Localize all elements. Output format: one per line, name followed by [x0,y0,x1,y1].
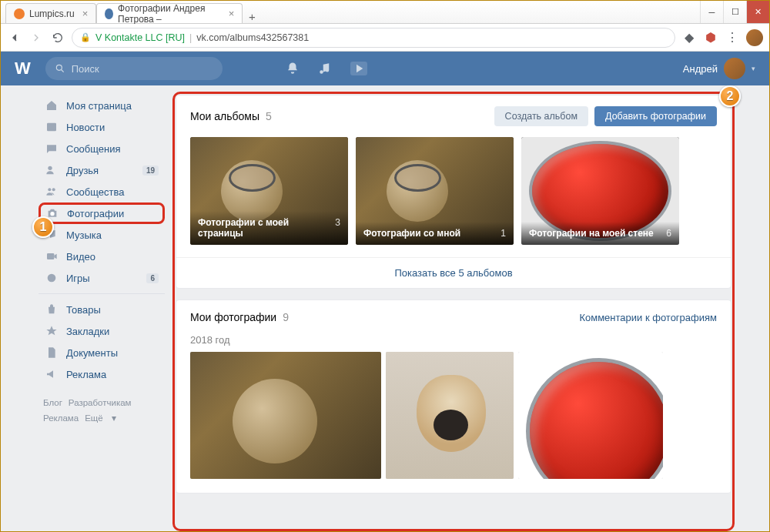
sidebar-item-home[interactable]: Моя страница [38,95,165,116]
badge: 6 [146,273,159,283]
news-icon [45,120,59,134]
music-icon[interactable] [318,62,332,75]
sidebar-item-label: Закладки [66,326,109,337]
photo-thumb[interactable] [518,352,663,479]
browser-tab[interactable]: Фотографии Андрея Петрова – × [96,3,243,23]
vk-logo[interactable]: W [15,59,30,79]
sidebar-item-ads[interactable]: Реклама [38,363,165,385]
footer-link[interactable]: Ещё ▾ [85,413,116,423]
sidebar-item-label: Музыка [66,229,102,241]
photos-title: Мои фотографии [190,311,276,323]
sidebar-item-label: Друзья [66,165,99,176]
album-count: 1 [500,228,506,239]
menu-icon[interactable]: ⋮ [725,30,740,45]
sidebar-item-bookmarks[interactable]: Закладки [38,320,165,342]
album-count: 3 [335,217,340,239]
games-icon [45,271,59,285]
user-menu[interactable]: Андрей ▾ [683,58,755,79]
svg-point-4 [52,188,55,191]
album-title: Фотографии с моей страницы [198,217,335,239]
sidebar-item-music[interactable]: Музыка [38,224,165,246]
album-thumb[interactable]: Фотографии на моей стене6 [521,137,679,245]
url-path: vk.com/albums432567381 [196,32,309,43]
star-icon [45,324,59,338]
forward-button[interactable] [28,30,44,45]
lock-icon: 🔒 [80,32,91,42]
albums-title: Мои альбомы [190,110,259,122]
svg-point-2 [48,166,52,170]
photo-thumb[interactable] [386,352,514,479]
search-input[interactable]: Поиск [45,57,223,80]
sidebar-item-video[interactable]: Видео [38,246,165,267]
photo-comments-link[interactable]: Комментарии к фотографиям [579,312,717,323]
photos-card: Мои фотографии 9 Комментарии к фотографи… [176,299,732,494]
chevron-down-icon: ▾ [752,65,755,72]
photo-image [518,352,663,479]
album-title: Фотографии со мной [363,228,460,239]
add-photos-button[interactable]: Добавить фотографии [594,106,717,126]
notifications-icon[interactable] [286,62,300,75]
sidebar-footer-links: БлогРазработчикам РекламаЕщё ▾ [38,396,165,426]
divider [38,293,165,294]
svg-point-3 [48,188,51,191]
sidebar-item-label: Видео [66,251,95,263]
vk-header: W Поиск Андрей ▾ [1,52,769,85]
home-icon [45,99,59,112]
new-tab-button[interactable]: + [243,10,261,23]
sidebar-item-label: Документы [66,347,118,359]
sidebar-item-groups[interactable]: Сообщества [38,181,165,202]
sidebar-item-friends[interactable]: Друзья19 [38,159,165,181]
reload-button[interactable] [50,30,65,45]
groups-icon [45,185,59,199]
footer-link[interactable]: Блог [43,398,62,407]
browser-tab[interactable]: Lumpics.ru × [5,3,96,23]
footer-link[interactable]: Разработчикам [69,398,132,407]
close-icon[interactable]: × [229,8,235,19]
album-thumb[interactable]: Фотографии со мной1 [356,137,514,245]
username: Андрей [683,63,718,75]
megaphone-icon [45,367,59,381]
sidebar-item-market[interactable]: Товары [38,299,165,320]
window-maximize-button[interactable]: ☐ [723,1,746,23]
address-bar[interactable]: 🔒 V Kontakte LLC [RU] | vk.com/albums432… [72,28,675,48]
sidebar-item-label: Игры [66,273,90,284]
callout-marker: 1 [32,216,54,238]
back-button[interactable] [7,30,22,45]
close-icon[interactable]: × [82,8,89,19]
footer-link[interactable]: Реклама [43,413,79,423]
url-org: V Kontakte LLC [RU] [95,32,185,43]
sidebar-item-messages[interactable]: Сообщения [38,138,165,159]
create-album-button[interactable]: Создать альбом [494,106,588,126]
albums-card: Мои альбомы 5 Создать альбом Добавить фо… [176,95,732,289]
sidebar-item-label: Новости [66,122,105,133]
photo-thumb[interactable] [190,352,381,479]
tab-title: Lumpics.ru [29,8,75,19]
search-icon [55,63,65,74]
photos-count: 9 [283,311,289,323]
badge: 19 [142,166,159,176]
sidebar-item-photos[interactable]: Фотографии [38,202,165,224]
sidebar-item-docs[interactable]: Документы [38,342,165,363]
show-all-albums-link[interactable]: Показать все 5 альбомов [176,257,731,288]
sidebar-item-news[interactable]: Новости [38,116,165,138]
extension-icon[interactable]: ◆ [681,30,697,45]
sidebar-item-label: Сообщения [66,143,121,155]
message-icon [45,142,59,156]
window-close-button[interactable]: ✕ [746,1,769,23]
extension-icon[interactable]: ⬢ [703,30,718,45]
sidebar-item-games[interactable]: Игры6 [38,267,165,289]
browser-profile-avatar[interactable] [746,29,763,46]
search-placeholder: Поиск [72,63,99,75]
sidebar-item-label: Моя страница [66,100,132,112]
sidebar: 1 Моя страница Новости Сообщения Друзья1… [38,95,165,531]
sidebar-item-label: Сообщества [66,186,125,198]
favicon [105,8,113,19]
video-icon[interactable] [350,62,367,75]
window-minimize-button[interactable]: ─ [700,1,723,23]
svg-point-7 [48,274,56,283]
album-thumb[interactable]: Фотографии с моей страницы3 [190,137,348,245]
main-content: 2 Мои альбомы 5 Создать альбом Добавить … [176,95,732,531]
svg-point-5 [50,212,54,216]
album-count: 6 [666,228,671,239]
bag-icon [45,303,59,316]
